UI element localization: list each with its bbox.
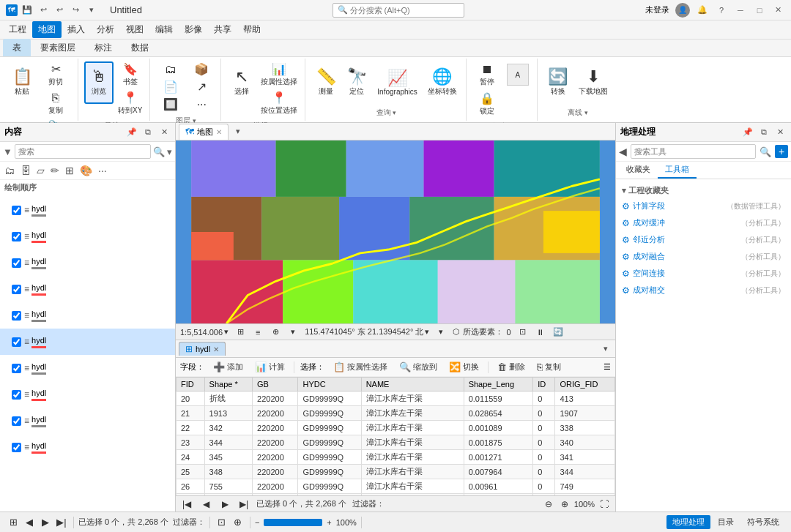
lock-btn[interactable]: 🔒 锁定 — [472, 91, 502, 119]
status-zoom-extent-icon[interactable]: ⊡ — [215, 515, 229, 530]
attr-last-page-btn[interactable]: ▶| — [237, 498, 250, 511]
attr-zoom-out-btn[interactable]: ⊖ — [542, 498, 555, 511]
layer-item[interactable]: ≡ hydl — [0, 276, 175, 302]
layer-checkbox[interactable] — [12, 416, 21, 426]
bookmark-button[interactable]: 🔖 书签 — [115, 61, 145, 89]
layer-more-icon[interactable]: ··· — [97, 164, 108, 177]
layer-checkbox[interactable] — [12, 390, 21, 400]
geo-add-button[interactable]: + — [775, 145, 788, 158]
attr-delete-button[interactable]: 🗑 删除 — [494, 360, 528, 374]
attr-zoom-button[interactable]: 🔍 缩放到 — [396, 360, 440, 374]
status-tab-catalog[interactable]: 目录 — [712, 515, 740, 529]
attr-table-header-shape_leng[interactable]: Shape_Leng — [464, 378, 533, 391]
ribbon-tab-feature-layer[interactable]: 要素图层 — [31, 39, 85, 56]
layer-btn5[interactable]: ↗ — [187, 79, 216, 95]
attr-select-button[interactable]: 📊 按属性选择 — [258, 61, 300, 89]
search-icon[interactable]: 🔍 — [153, 146, 165, 157]
menu-item-view[interactable]: 视图 — [120, 21, 149, 38]
map-tool-btn1[interactable]: ⊞ — [234, 326, 246, 338]
layer-item[interactable]: ≡ hydl — [0, 355, 175, 381]
map-menu-icon[interactable]: ▾ — [231, 125, 245, 138]
search-dropdown-icon[interactable]: ▾ — [167, 146, 172, 157]
map-refresh-icon[interactable]: 🔄 — [552, 326, 564, 338]
layer-checkbox[interactable] — [12, 232, 21, 241]
attr-tab-hydl[interactable]: ⊞ hydl ✕ — [179, 342, 226, 356]
filter-icon[interactable]: ▼ — [3, 146, 12, 157]
map-canvas[interactable] — [176, 141, 615, 323]
bell-icon[interactable]: 🔔 — [696, 4, 709, 17]
attr-table-header-gb[interactable]: GB — [253, 378, 298, 391]
layer-grid-icon[interactable]: ⊞ — [64, 164, 75, 177]
attr-first-page-btn[interactable]: |◀ — [180, 498, 193, 511]
close-button[interactable]: ✕ — [772, 4, 785, 17]
layer-item[interactable]: ≡ hydl — [0, 329, 175, 355]
attr-table-header-orig_fid[interactable]: ORIG_FID — [555, 378, 615, 391]
map-tool-btn2[interactable]: ≡ — [252, 326, 264, 338]
status-grid-icon[interactable]: ⊞ — [6, 515, 21, 530]
table-row[interactable]: 25348220200GD99999Q漳江水库右干渠0.0079640344 — [177, 465, 615, 479]
geo-search-input[interactable] — [631, 144, 756, 159]
attr-zoom-in-btn[interactable]: ⊕ — [558, 498, 571, 511]
layer-item[interactable]: ≡ hydl — [0, 197, 175, 223]
download-map-button[interactable]: ⬇ 下载地图 — [574, 61, 612, 104]
select-button[interactable]: ↖ 选择 — [227, 61, 256, 104]
layer-checkbox[interactable] — [12, 443, 21, 452]
layer-btn2[interactable]: 📄 — [156, 79, 185, 95]
map-tab[interactable]: 🗺 地图 ✕ — [179, 124, 229, 140]
attr-panel-menu-icon[interactable]: ▾ — [599, 342, 612, 356]
layer-btn6[interactable]: ··· — [187, 97, 216, 113]
contents-search-input[interactable] — [15, 144, 151, 159]
layer-checkbox[interactable] — [12, 311, 21, 321]
layer-checkbox[interactable] — [12, 285, 21, 294]
layer-shape-icon[interactable]: ▱ — [35, 164, 46, 177]
status-tab-symbols[interactable]: 符号系统 — [741, 515, 785, 529]
geo-tool-item[interactable]: ⚙ 成对相交 （分析工具） — [616, 282, 791, 299]
attr-table-header-name[interactable]: NAME — [361, 378, 464, 391]
menu-item-share[interactable]: 共享 — [208, 21, 237, 38]
ribbon-tab-annotation[interactable]: 标注 — [85, 39, 122, 56]
attr-copy-button[interactable]: ⎘ 复制 — [534, 360, 564, 374]
ribbon-tab-table[interactable]: 表 — [3, 39, 31, 56]
attr-calc-button[interactable]: 📊 计算 — [252, 360, 288, 374]
menu-item-imagery[interactable]: 影像 — [179, 21, 208, 38]
global-search-box[interactable]: 🔍 — [333, 3, 464, 18]
save-icon[interactable]: 💾 — [21, 4, 34, 17]
map-tab-close-icon[interactable]: ✕ — [216, 128, 222, 136]
menu-item-insert[interactable]: 插入 — [62, 21, 91, 38]
layer-btn4[interactable]: 📦 — [187, 61, 216, 78]
status-tab-geoprocessing[interactable]: 地理处理 — [666, 515, 710, 529]
locate-button[interactable]: 🔭 定位 — [342, 61, 371, 104]
menu-item-map[interactable]: 地图 — [32, 21, 62, 38]
convert-button[interactable]: 🔄 转换 — [543, 61, 573, 104]
layer-btn1[interactable]: 🗂 — [156, 61, 185, 78]
ribbon-tab-data[interactable]: 数据 — [122, 39, 158, 56]
paste-button[interactable]: 📋 粘贴 — [7, 61, 37, 104]
layer-database-icon[interactable]: 🗄 — [19, 164, 32, 177]
coord-mode-dropdown[interactable]: ▾ — [435, 326, 447, 338]
layer-draw-icon[interactable]: ✏ — [49, 164, 61, 177]
copy-button[interactable]: ⎘ 复制 — [38, 90, 73, 118]
attr-fullscreen-btn[interactable]: ⛶ — [598, 498, 611, 511]
scale-dropdown[interactable]: 1:5,514.006 ▾ — [180, 327, 229, 337]
attr-table-header-shape *[interactable]: Shape * — [204, 378, 252, 391]
coord-display[interactable]: 115.4741045° 东 21.1394542° 北 ▾ — [305, 326, 429, 337]
geo-back-icon[interactable]: ◀ — [619, 146, 627, 157]
geo-tool-item[interactable]: ⚙ 空间连接 （分析工具） — [616, 265, 791, 282]
goto-xy-button[interactable]: 📍 转到XY — [115, 90, 145, 118]
geoprocessing-float-icon[interactable]: ⧉ — [757, 126, 770, 139]
attr-table-header-hydc[interactable]: HYDC — [298, 378, 361, 391]
attr-table-header-fid[interactable]: FID — [177, 378, 205, 391]
attr-prev-page-btn[interactable]: ◀ — [199, 498, 212, 511]
layer-item[interactable]: ≡ hydl — [0, 381, 175, 408]
help-icon[interactable]: ? — [715, 4, 728, 17]
attr-select-button[interactable]: 📋 按属性选择 — [330, 360, 390, 374]
geo-tab-favorites[interactable]: 收藏夹 — [619, 162, 658, 179]
menu-item-analysis[interactable]: 分析 — [91, 21, 120, 38]
layer-paint-icon[interactable]: 🎨 — [78, 164, 94, 177]
geo-search-icon[interactable]: 🔍 — [758, 145, 773, 159]
contents-close-icon[interactable]: ✕ — [157, 126, 171, 139]
layer-add-icon[interactable]: 🗂 — [3, 164, 16, 177]
location-select-button[interactable]: 📍 按位置选择 — [258, 90, 300, 118]
status-arrow-left-icon[interactable]: ◀ — [22, 515, 37, 530]
menu-item-project[interactable]: 工程 — [3, 21, 32, 38]
